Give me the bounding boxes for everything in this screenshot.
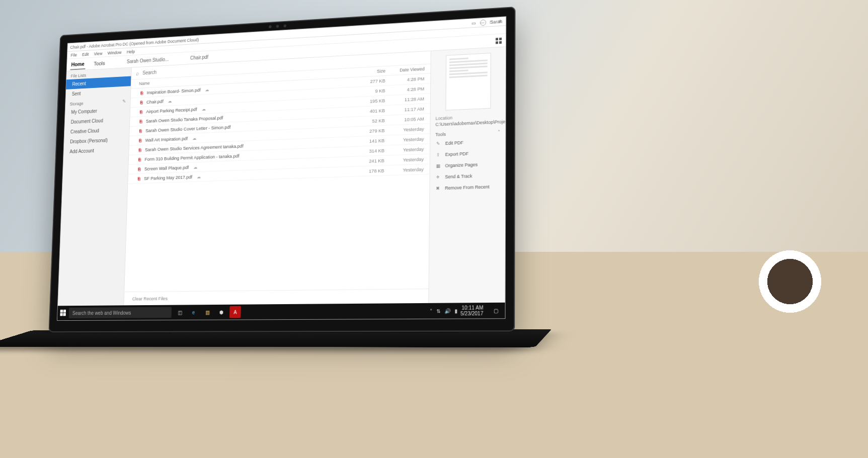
sidebar: File Lists RecentSent Storage ✎ My Compu…: [58, 68, 132, 306]
file-date: 4:28 PM: [385, 76, 425, 83]
edge-icon[interactable]: e: [188, 306, 199, 318]
tool-label: Export PDF: [445, 151, 469, 157]
edit-storage-icon[interactable]: ✎: [122, 99, 126, 104]
file-name: Form 310 Building Permit Application - t…: [144, 153, 239, 161]
taskbar-clock[interactable]: 10:11 AM 5/23/2017: [460, 305, 487, 316]
minimize-button[interactable]: ―: [480, 20, 485, 25]
doc-tab-1[interactable]: Sarah Owen Studio...: [127, 57, 169, 64]
file-date: Yesterday: [384, 156, 424, 163]
tool-label: Edit PDF: [445, 140, 463, 146]
store-icon[interactable]: ⬢: [215, 306, 227, 318]
taskbar-date: 5/23/2017: [460, 311, 483, 317]
tools-heading-label: Tools: [435, 132, 446, 137]
document-thumbnail[interactable]: [445, 53, 491, 111]
file-name: Inspiration Board- Simon.pdf: [147, 87, 201, 95]
file-list: ⎘Inspiration Board- Simon.pdf☁277 KB4:28…: [124, 73, 430, 292]
file-size: 141 KB: [351, 138, 385, 145]
menu-edit[interactable]: Edit: [82, 52, 89, 57]
file-name: Sarah Owen Studio Tanaka Proposal.pdf: [146, 115, 223, 124]
taskbar-time: 10:11 AM: [460, 305, 483, 311]
file-date: 4:28 PM: [385, 86, 424, 94]
clear-recent-button[interactable]: Clear Recent Files: [124, 289, 428, 305]
sidebar-heading-storage-label: Storage: [69, 101, 83, 107]
file-size: 9 KB: [351, 88, 385, 95]
pdf-icon: ⎘: [138, 100, 144, 105]
file-size: 195 KB: [351, 98, 385, 105]
col-size[interactable]: Size: [352, 68, 385, 75]
tool-label: Send & Track: [445, 173, 472, 179]
task-view-icon[interactable]: ◫: [174, 306, 185, 318]
cloud-icon: ☁: [193, 164, 197, 169]
file-name: Airport Parking Receipt.pdf: [146, 107, 197, 114]
file-date: Yesterday: [384, 166, 424, 173]
file-name: Screen Wall Plaque.pdf: [144, 164, 189, 171]
file-size: 401 KB: [351, 108, 385, 115]
action-center-icon[interactable]: ▢: [490, 304, 502, 317]
acrobat-taskbar-icon[interactable]: A: [229, 306, 241, 318]
pdf-icon: ⎘: [137, 138, 143, 143]
menu-window[interactable]: Window: [108, 50, 122, 55]
file-name: SF Parking May 2017.pdf: [144, 174, 192, 181]
tray-chevron-icon[interactable]: ˄: [430, 308, 432, 314]
file-size: 277 KB: [351, 78, 385, 85]
windows-taskbar: Search the web and Windows ◫ e ▥ ⬢ A ˄ ⇅…: [57, 303, 505, 320]
file-date: 11:17 AM: [385, 106, 424, 113]
col-date[interactable]: Date Viewed: [385, 66, 425, 73]
tool-icon: ✈: [435, 174, 441, 179]
file-date: Yesterday: [384, 136, 424, 143]
cloud-icon: ☁: [197, 174, 201, 179]
pdf-icon: ⎘: [137, 147, 142, 152]
file-size: 241 KB: [350, 158, 384, 164]
maximize-button[interactable]: □: [489, 19, 494, 25]
pdf-icon: ⎘: [139, 90, 144, 96]
file-name: Wall Art Inspiration.pdf: [145, 136, 188, 143]
file-name: Sarah Owen Studio Services Agreement tan…: [145, 143, 244, 152]
cloud-icon: ☁: [201, 107, 205, 112]
file-size: 279 KB: [351, 128, 385, 135]
tool-label: Organize Pages: [445, 162, 478, 168]
acrobat-window: Chair.pdf - Adobe Acrobat Pro DC (Opened…: [57, 16, 506, 321]
file-size: 314 KB: [350, 148, 384, 154]
cloud-icon: ☁: [168, 99, 172, 104]
file-date: 11:28 AM: [385, 96, 424, 104]
search-icon: ⌕: [136, 70, 139, 76]
file-size: 52 KB: [351, 118, 385, 125]
menu-file[interactable]: File: [70, 52, 77, 57]
volume-icon[interactable]: 🔊: [444, 308, 450, 313]
sidebar-item-add-account[interactable]: Add Account: [63, 144, 129, 157]
menu-help[interactable]: Help: [127, 49, 135, 54]
grid-view-icon[interactable]: [496, 37, 502, 44]
pdf-icon: ⎘: [136, 166, 142, 171]
cloud-icon: ☁: [205, 87, 209, 92]
pdf-icon: ⎘: [136, 176, 141, 181]
taskbar-search-placeholder: Search the web and Windows: [72, 310, 131, 315]
network-icon[interactable]: ⇅: [436, 308, 440, 314]
tool-icon: ✖: [435, 186, 441, 191]
tool-remove-from-recent[interactable]: ✖Remove From Recent: [430, 180, 505, 194]
file-date: 10:05 AM: [385, 116, 424, 123]
doc-tab-2[interactable]: Chair.pdf: [190, 54, 208, 60]
tab-tools[interactable]: Tools: [93, 58, 106, 68]
file-date: Yesterday: [384, 146, 424, 153]
file-pane: ⌕ Name Size Date Viewed ⎘Inspiration Boa…: [124, 51, 431, 306]
start-button[interactable]: [60, 310, 66, 317]
taskbar-search[interactable]: Search the web and Windows: [69, 307, 172, 319]
menu-view[interactable]: View: [94, 51, 103, 56]
laptop-keyboard: [0, 329, 551, 347]
file-date: Yesterday: [384, 126, 424, 133]
explorer-icon[interactable]: ▥: [202, 306, 213, 318]
chevron-up-icon: ˄: [498, 130, 500, 135]
pdf-icon: ⎘: [136, 157, 142, 162]
battery-icon[interactable]: ▮: [454, 308, 457, 313]
tab-home[interactable]: Home: [70, 59, 86, 70]
system-tray[interactable]: ˄ ⇅ 🔊 ▮: [430, 308, 457, 314]
tool-label: Remove From Recent: [445, 184, 490, 191]
pdf-icon: ⎘: [138, 119, 143, 124]
tool-icon: ⇪: [435, 152, 441, 158]
tool-icon: ▦: [435, 163, 441, 169]
tool-icon: ✎: [435, 141, 441, 146]
cloud-icon: ☁: [192, 136, 196, 141]
details-pane: Location C:\Users\adobemax\Desktop\Proje…: [428, 47, 506, 303]
close-button[interactable]: ✕: [498, 19, 503, 24]
file-size: 178 KB: [350, 168, 384, 174]
